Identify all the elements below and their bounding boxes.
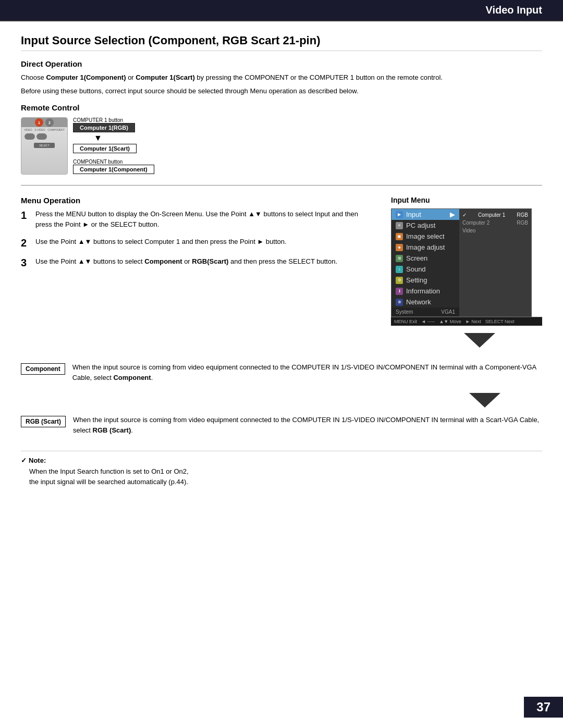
menu-item-pcadjust: ≡ PC adjust [391,220,459,231]
bottom-select: SELECT Next [485,319,515,324]
page-header: Video Input [0,0,563,21]
rc-bottom: SELECT [21,143,67,148]
menu-right-panel: Computer 1 RGB Computer 2 RGB Video [459,209,531,316]
computer1component-box: Computer 1(Component) [73,165,154,174]
menu-item-setting: ⚙ Setting [391,275,459,286]
network-icon: ⊕ [396,299,403,306]
bottom-next: ► Next [466,319,481,324]
note-section: Note: When the Input Search function is … [21,451,542,487]
step-2-text: Use the Point ▲▼ buttons to select Compu… [35,237,287,247]
callout-rgb-scart: RGB (Scart) When the input source is com… [21,415,542,435]
arrow-section-1 [391,329,542,352]
page-content: Input Source Selection (Component, RGB S… [0,21,563,502]
callout-text-component: When the input source is coming from vid… [72,362,542,382]
remote-top-area: 1 2 [21,118,67,127]
information-icon: ℹ [396,288,403,295]
two-column-section: Menu Operation 1 Press the MENU button t… [21,196,542,352]
computer1-button-label-line: COMPUTER 1 button Computer 1(RGB) [73,117,154,132]
menu-bottom-bar: MENU Exit ◄ ----- ▲▼ Move ► Next SELECT … [391,317,542,326]
menu-screenshot: ▶ Input ▶ ≡ PC adjust ▣ Image select ◈ [391,208,532,317]
system-value: VGA1 [441,309,455,315]
direct-op-body1: Choose Computer 1(Component) or Computer… [21,72,542,83]
imageselect-icon: ▣ [396,233,403,240]
computer1-button-label: COMPUTER 1 button [73,117,154,123]
rc-labels-row: VIDEO S-VIDEO COMPONENT [21,127,67,132]
submenu-video: Video [459,227,531,235]
svideo-btn [36,133,47,140]
note-text: When the Input Search function is set to… [29,466,542,487]
remote-diagram: 1 2 VIDEO S-VIDEO COMPONENT SELECT [21,117,542,175]
menu-item-input: ▶ Input ▶ [391,209,459,220]
screen-icon: ⊞ [396,255,403,262]
pcadjust-icon: ≡ [396,222,403,229]
steps-list: 1 Press the MENU button to display the O… [21,209,375,269]
direct-operation-title: Direct Operation [21,59,542,68]
step-1: 1 Press the MENU button to display the O… [21,209,375,229]
bottom-move: ◄ ----- [421,319,435,324]
system-label: System [396,309,413,315]
input-menu-section: Input Menu ▶ Input ▶ ≡ PC adjust ▣ [391,196,542,352]
arrow-section-2 [21,393,542,408]
sound-icon: ♪ [396,266,403,273]
menu-item-network: ⊕ Network [391,297,459,307]
callout-tag-component: Component [21,363,65,375]
select-btn: SELECT [34,143,55,148]
button-2: 2 [45,118,54,127]
menu-item-sound: ♪ Sound [391,264,459,275]
rc-label-area: COMPUTER 1 button Computer 1(RGB) ▼ Comp… [73,117,154,174]
component-button-section: COMPONENT button Computer 1(Component) [73,159,154,174]
component-button-label: COMPONENT button [73,159,154,165]
callout-tag-rgb: RGB (Scart) [21,416,66,427]
setting-icon: ⚙ [396,277,403,284]
rc-buttons-row [21,132,67,141]
remote-image: 1 2 VIDEO S-VIDEO COMPONENT SELECT [21,117,68,175]
menu-item-imageadjust: ◈ Image adjust [391,242,459,253]
computer1scart-label-line: Computer 1(Scart) [73,144,154,153]
step-1-text: Press the MENU button to display the On-… [35,209,375,229]
menu-left-panel: ▶ Input ▶ ≡ PC adjust ▣ Image select ◈ [391,209,459,316]
step-3-text: Use the Point ▲▼ buttons to select Compo… [35,256,337,267]
menu-operation-title: Menu Operation [21,196,375,205]
input-icon: ▶ [396,211,403,218]
callout-text-rgb: When the input source is coming from vid… [73,415,542,435]
large-arrow-1 [464,333,495,348]
submenu-computer2: Computer 2 RGB [459,219,531,227]
step-1-num: 1 [21,209,30,221]
menu-item-imageselect: ▣ Image select [391,231,459,242]
callout-section: Component When the input source is comin… [21,362,542,435]
header-title: Video Input [485,4,542,16]
step-3: 3 Use the Point ▲▼ buttons to select Com… [21,256,375,269]
note-title: Note: [21,456,542,464]
page-number: 37 [524,697,563,718]
divider [21,185,542,186]
step-2-num: 2 [21,237,30,249]
arrow-down-1: ▼ [94,134,154,142]
menu-item-screen: ⊞ Screen [391,253,459,264]
menu-operation-section: Menu Operation 1 Press the MENU button t… [21,196,375,352]
imageadjust-icon: ◈ [396,244,403,251]
video-btn [25,133,35,140]
main-title: Input Source Selection (Component, RGB S… [21,34,542,51]
button-1: 1 [35,118,43,127]
computer1rgb-box: Computer 1(RGB) [73,123,135,132]
large-arrow-2 [469,393,500,408]
bottom-nav: ▲▼ Move [439,319,461,324]
computer1scart-box: Computer 1(Scart) [73,144,137,153]
remote-control-section: Remote Control 1 2 VIDEO S-VIDEO COMPONE… [21,103,542,175]
callout-component: Component When the input source is comin… [21,362,542,382]
step-2: 2 Use the Point ▲▼ buttons to select Com… [21,237,375,249]
submenu-computer1: Computer 1 RGB [459,211,531,219]
menu-system-row: System VGA1 [391,307,459,316]
remote-control-title: Remote Control [21,103,542,112]
bottom-exit: MENU Exit [394,319,417,324]
input-menu-title: Input Menu [391,196,542,204]
direct-op-body2: Before using these buttons, correct inpu… [21,86,542,96]
menu-item-information: ℹ Information [391,286,459,297]
step-3-num: 3 [21,256,30,269]
